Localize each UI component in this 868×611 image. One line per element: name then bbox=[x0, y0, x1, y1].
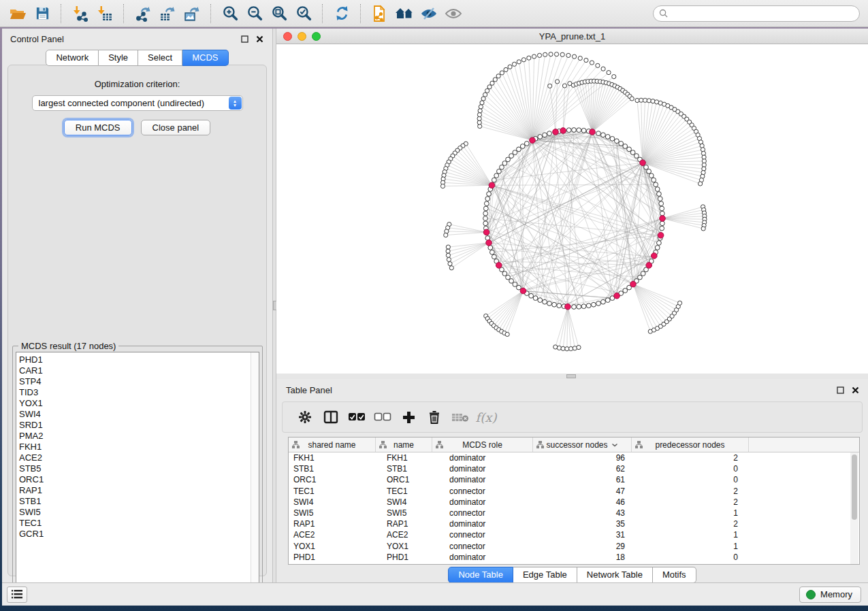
network-hub-node[interactable] bbox=[565, 303, 571, 310]
mcds-result-item[interactable]: PMA2 bbox=[19, 431, 259, 442]
network-node[interactable] bbox=[577, 345, 581, 349]
network-node[interactable] bbox=[614, 139, 619, 144]
network-hub-node[interactable] bbox=[530, 137, 536, 144]
network-node[interactable] bbox=[572, 128, 577, 133]
network-node[interactable] bbox=[500, 165, 504, 169]
tab-edge-table[interactable]: Edge Table bbox=[513, 567, 577, 583]
network-node[interactable] bbox=[490, 81, 494, 85]
network-node[interactable] bbox=[657, 241, 662, 246]
network-node[interactable] bbox=[555, 80, 559, 84]
network-node[interactable] bbox=[566, 128, 571, 133]
network-node[interactable] bbox=[487, 85, 492, 89]
network-node[interactable] bbox=[538, 134, 543, 139]
mcds-result-item[interactable]: RAP1 bbox=[19, 485, 259, 496]
table-row[interactable]: FKH1FKH1dominator962 bbox=[289, 452, 859, 463]
network-node[interactable] bbox=[532, 54, 536, 59]
network-node[interactable] bbox=[596, 131, 601, 136]
network-node[interactable] bbox=[660, 226, 664, 231]
network-node[interactable] bbox=[479, 105, 483, 109]
network-node[interactable] bbox=[605, 298, 610, 303]
network-hub-node[interactable] bbox=[652, 253, 658, 259]
table-row[interactable]: TEC1TEC1connector472 bbox=[289, 486, 859, 497]
column-header-MCDS-role[interactable]: MCDS role bbox=[432, 437, 533, 452]
network-node[interactable] bbox=[521, 58, 526, 62]
table-row[interactable]: PHD1PHD1dominator180 bbox=[289, 552, 859, 563]
network-node[interactable] bbox=[477, 116, 481, 120]
network-node[interactable] bbox=[561, 346, 565, 350]
table-scrollbar[interactable] bbox=[850, 452, 858, 564]
network-node[interactable] bbox=[660, 221, 664, 226]
network-hub-node[interactable] bbox=[483, 229, 489, 235]
network-node[interactable] bbox=[601, 133, 606, 137]
apply-function-button[interactable]: f(x) bbox=[475, 405, 498, 429]
mcds-result-item[interactable]: SWI5 bbox=[19, 507, 259, 518]
network-node[interactable] bbox=[635, 98, 639, 102]
zoom-in-button[interactable] bbox=[220, 3, 240, 24]
network-node[interactable] bbox=[487, 192, 492, 197]
network-node[interactable] bbox=[483, 93, 487, 97]
mcds-result-item[interactable]: TEC1 bbox=[19, 518, 259, 529]
mcds-result-list[interactable]: PHD1CAR1STP4TID3YOX1SWI4SRD1PMA2FKH1ACE2… bbox=[16, 352, 259, 597]
network-node[interactable] bbox=[638, 275, 643, 280]
table-row[interactable]: ORC1ORC1dominator610 bbox=[289, 474, 859, 485]
network-node[interactable] bbox=[494, 174, 499, 178]
search-input[interactable] bbox=[653, 5, 860, 22]
network-node[interactable] bbox=[512, 62, 516, 66]
network-canvas[interactable] bbox=[276, 44, 868, 374]
network-hub-node[interactable] bbox=[553, 129, 559, 135]
close-panel-button[interactable]: Close panel bbox=[141, 120, 211, 135]
tab-network-table[interactable]: Network Table bbox=[577, 567, 653, 583]
network-hub-node[interactable] bbox=[646, 263, 652, 269]
network-node[interactable] bbox=[652, 178, 656, 182]
network-node[interactable] bbox=[446, 245, 450, 249]
network-node[interactable] bbox=[655, 246, 660, 250]
network-node[interactable] bbox=[448, 262, 452, 266]
network-node[interactable] bbox=[447, 257, 451, 261]
network-node[interactable] bbox=[552, 302, 557, 307]
network-node[interactable] bbox=[483, 206, 488, 211]
network-node[interactable] bbox=[446, 253, 450, 257]
network-node[interactable] bbox=[502, 271, 507, 276]
mcds-result-item[interactable]: STB5 bbox=[19, 463, 259, 474]
mcds-result-item[interactable]: PHD1 bbox=[19, 354, 259, 365]
table-row[interactable]: ACE2ACE2connector311 bbox=[289, 529, 859, 540]
network-node[interactable] bbox=[655, 187, 660, 192]
network-node[interactable] bbox=[596, 63, 600, 67]
network-node[interactable] bbox=[619, 142, 624, 146]
network-hub-node[interactable] bbox=[660, 216, 666, 222]
network-node[interactable] bbox=[481, 97, 485, 101]
network-node[interactable] bbox=[578, 56, 582, 60]
network-node[interactable] bbox=[605, 134, 610, 139]
network-node[interactable] bbox=[651, 99, 655, 103]
float-panel-icon[interactable] bbox=[240, 34, 249, 44]
mcds-result-item[interactable]: ORC1 bbox=[19, 474, 259, 485]
network-hub-node[interactable] bbox=[640, 160, 646, 166]
float-panel-icon[interactable] bbox=[835, 385, 845, 395]
network-node[interactable] bbox=[483, 216, 488, 221]
network-node[interactable] bbox=[492, 178, 496, 182]
network-node[interactable] bbox=[659, 201, 664, 206]
network-node[interactable] bbox=[657, 192, 662, 197]
save-session-button[interactable] bbox=[32, 3, 52, 24]
network-node[interactable] bbox=[649, 174, 654, 178]
share-document-button[interactable] bbox=[370, 3, 390, 24]
network-node[interactable] bbox=[529, 293, 534, 298]
export-image-button[interactable] bbox=[182, 3, 202, 24]
table-settings-button[interactable] bbox=[293, 405, 317, 429]
network-node[interactable] bbox=[562, 84, 566, 88]
network-node[interactable] bbox=[500, 71, 504, 75]
memory-button[interactable]: Memory bbox=[799, 587, 861, 603]
network-node[interactable] bbox=[517, 147, 521, 152]
network-node[interactable] bbox=[554, 52, 558, 56]
network-node[interactable] bbox=[607, 71, 611, 75]
network-node[interactable] bbox=[440, 184, 445, 188]
network-node[interactable] bbox=[644, 165, 649, 169]
network-node[interactable] bbox=[577, 128, 581, 133]
hide-graphics-button[interactable] bbox=[419, 3, 439, 24]
mcds-result-item[interactable]: FKH1 bbox=[19, 442, 259, 452]
network-node[interactable] bbox=[543, 52, 547, 56]
network-hub-node[interactable] bbox=[520, 288, 526, 294]
network-hub-node[interactable] bbox=[489, 182, 495, 188]
zoom-selected-button[interactable] bbox=[293, 3, 314, 24]
network-node[interactable] bbox=[489, 250, 494, 254]
